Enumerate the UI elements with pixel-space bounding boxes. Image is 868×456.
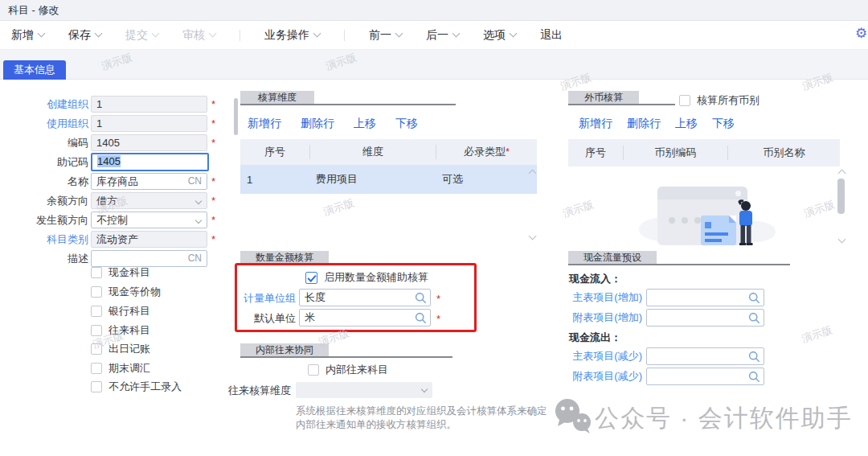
search-icon[interactable] — [748, 351, 760, 365]
search-icon[interactable] — [748, 292, 760, 306]
scroll-down-icon[interactable] — [838, 236, 846, 244]
unit-group-label: 计量单位组 — [231, 290, 296, 306]
title-bar: 科目 - 修改 — [0, 0, 868, 21]
mnemonic-value-selected: 1405 — [97, 155, 121, 167]
delete-row-link[interactable]: 删除行 — [627, 117, 661, 131]
toolbar-audit-button[interactable]: 审核 — [182, 28, 215, 43]
unit-group-field[interactable]: 长度 — [299, 289, 431, 306]
chevron-down-icon — [152, 30, 160, 38]
attach-item-add-label: 附表项目(增加) — [563, 309, 642, 326]
checkbox-label: 不允许手工录入 — [108, 380, 182, 394]
checkbox-label: 启用数量金额辅助核算 — [324, 270, 428, 285]
internal-dimension-select[interactable] — [296, 382, 432, 398]
required-marker: * — [506, 146, 510, 158]
panel-underline — [568, 104, 675, 105]
move-down-link[interactable]: 下移 — [395, 117, 418, 131]
cashflow-panel-header: 现金流量预设 — [568, 251, 657, 265]
required-marker: * — [211, 96, 215, 113]
checkbox-bank[interactable]: 银行科目 — [91, 304, 150, 318]
checkbox-box[interactable] — [91, 343, 102, 355]
checkbox-box[interactable] — [91, 286, 102, 298]
attach-item-add-field[interactable] — [646, 309, 764, 327]
toolbar-separator — [344, 30, 345, 41]
checkbox-cash-equivalent[interactable]: 现金等价物 — [91, 285, 161, 299]
checkbox-period-adj[interactable]: 期末调汇 — [91, 361, 150, 376]
main-item-sub-field[interactable] — [646, 347, 764, 365]
cell-dimension: 费用项目 — [309, 172, 436, 187]
toolbar-save-button[interactable]: 保存 — [68, 28, 101, 43]
gear-icon[interactable]: ⚙ — [855, 25, 867, 42]
toolbar-submit-button[interactable]: 提交 — [125, 28, 158, 43]
toolbar-submit-label: 提交 — [125, 28, 148, 43]
search-icon[interactable] — [748, 312, 760, 327]
move-down-link[interactable]: 下移 — [712, 117, 735, 131]
chevron-down-icon — [209, 30, 217, 38]
checkbox-box[interactable] — [91, 325, 102, 336]
search-icon[interactable] — [415, 292, 427, 306]
checkbox-no-manual[interactable]: 不允许手工录入 — [91, 380, 182, 394]
vertical-scrollbar-thumb[interactable] — [234, 98, 238, 135]
toolbar-new-label: 新增 — [11, 28, 34, 43]
checkbox-cash[interactable]: 现金科目 — [91, 265, 150, 280]
internal-account-checkbox[interactable]: 内部往来科目 — [308, 363, 388, 377]
move-up-link[interactable]: 上移 — [354, 117, 376, 131]
search-icon[interactable] — [748, 371, 760, 385]
category-value: 流动资产 — [96, 233, 138, 245]
checkbox-transaction[interactable]: 往来科目 — [91, 323, 150, 338]
use-org-value: 1 — [96, 117, 102, 129]
column-dimension: 维度 — [309, 145, 436, 159]
checkbox-box[interactable] — [91, 267, 102, 278]
default-unit-field[interactable]: 米 — [299, 309, 431, 327]
description-label: 描述 — [0, 250, 88, 267]
dimension-table-row[interactable]: 1 费用项目 可选 — [240, 165, 537, 194]
delete-row-link[interactable]: 删除行 — [301, 117, 334, 131]
checkbox-label: 期末调汇 — [108, 361, 150, 376]
toolbar-next-button[interactable]: 后一 — [426, 28, 459, 43]
all-currency-checkbox[interactable]: 核算所有币别 — [679, 93, 760, 108]
balance-dir-select[interactable]: 借方 — [91, 192, 207, 209]
name-label: 名称 — [0, 173, 88, 190]
toolbar-new-button[interactable]: 新增 — [11, 28, 44, 43]
toolbar-options-button[interactable]: 选项 — [483, 28, 516, 43]
use-org-field[interactable]: 1 — [91, 115, 207, 132]
toolbar-business-button[interactable]: 业务操作 — [264, 28, 320, 43]
main-item-sub-label: 主表项目(减少) — [563, 347, 642, 364]
category-field[interactable]: 流动资产 — [91, 231, 207, 248]
demo-watermark: 演示版 — [321, 195, 356, 219]
add-row-link[interactable]: 新增行 — [579, 117, 612, 131]
chevron-down-icon — [510, 30, 518, 38]
scroll-up-icon[interactable] — [838, 170, 846, 178]
checkbox-box[interactable] — [679, 95, 690, 106]
toolbar-audit-label: 审核 — [182, 28, 205, 43]
scroll-down-icon[interactable] — [529, 232, 537, 240]
toolbar-exit-button[interactable]: 退出 — [540, 28, 563, 43]
tab-basic-info[interactable]: 基本信息 — [3, 60, 66, 80]
add-row-link[interactable]: 新增行 — [248, 117, 281, 131]
move-up-link[interactable]: 上移 — [675, 117, 698, 131]
checkbox-box[interactable] — [91, 381, 102, 392]
qty-panel-header: 数量金额核算 — [240, 251, 329, 265]
checkbox-box[interactable] — [308, 364, 319, 376]
vertical-scrollbar-thumb[interactable] — [837, 179, 845, 214]
create-org-field[interactable]: 1 — [91, 96, 207, 113]
main-item-add-field[interactable] — [646, 289, 764, 306]
toolbar-prev-button[interactable]: 前一 — [369, 28, 402, 43]
column-seq: 序号 — [568, 146, 623, 160]
create-org-label: 创建组织 — [0, 96, 88, 113]
occur-dir-select[interactable]: 不控制 — [91, 212, 207, 228]
attach-item-sub-field[interactable] — [646, 368, 764, 385]
mnemonic-field[interactable]: 1405 — [91, 153, 209, 171]
name-field[interactable]: 库存商品 CN — [91, 173, 207, 190]
panel-underline — [240, 356, 452, 358]
default-unit-value: 米 — [305, 311, 315, 323]
checkbox-box[interactable] — [91, 306, 102, 317]
checkbox-journal[interactable]: 出日记账 — [91, 342, 150, 356]
required-marker: * — [211, 115, 215, 132]
description-field[interactable]: CN — [91, 250, 207, 267]
checkbox-box[interactable] — [91, 363, 102, 374]
enable-qty-checkbox[interactable]: 启用数量金额辅助核算 — [305, 270, 428, 285]
search-icon[interactable] — [415, 312, 427, 327]
code-field[interactable]: 1405 — [91, 134, 207, 151]
checkbox-box-checked[interactable] — [305, 272, 317, 284]
panel-underline — [240, 264, 456, 265]
